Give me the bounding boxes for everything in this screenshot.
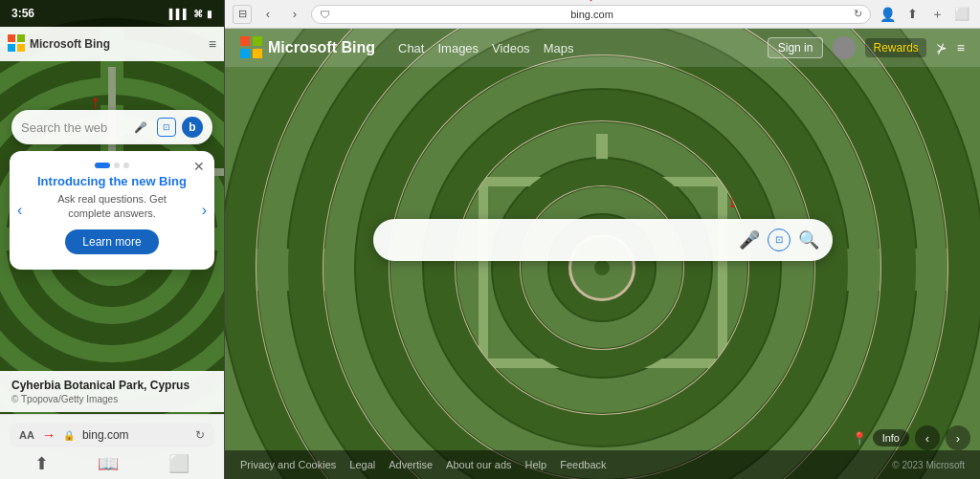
share-icon[interactable]: ⬆ [34, 453, 49, 474]
back-button[interactable]: ‹ [257, 4, 278, 25]
svg-rect-13 [17, 34, 25, 42]
caption-credit: © Tpopova/Getty Images [11, 394, 212, 404]
hamburger-menu[interactable]: ≡ [957, 40, 965, 55]
dot-active [95, 163, 110, 168]
popup-close-button[interactable]: ✕ [193, 159, 205, 174]
status-icons: ▌▌▌ ⌘ ▮ [169, 9, 212, 19]
bing-nav-links: Chat Images Videos Maps [398, 41, 573, 55]
popup-dots [21, 163, 203, 168]
red-arrow-desktop: ↓ [588, 0, 594, 4]
bing-b-icon[interactable]: b [182, 117, 203, 138]
camera-icon-desktop[interactable]: ⊡ [768, 229, 791, 251]
info-label: Info [882, 432, 900, 444]
footer-privacy[interactable]: Privacy and Cookies [240, 459, 336, 470]
sign-in-button[interactable]: Sign in [768, 37, 824, 58]
tabs-icon[interactable]: ⬜ [168, 453, 189, 474]
desktop-search-bar[interactable]: 🎤 ⊡ 🔍 [373, 219, 833, 261]
mobile-popup: ✕ ‹ › Introducing the new Bing Ask real … [10, 151, 214, 270]
nav-chat[interactable]: Chat [398, 41, 424, 55]
mobile-search-area: Search the web 🎤 ⊡ b [11, 110, 212, 144]
forward-button[interactable]: › [284, 4, 305, 25]
mobile-status-bar: 3:56 ▌▌▌ ⌘ ▮ [0, 0, 224, 27]
browser-actions: 👤 ⬆ ＋ ⬜ [877, 4, 972, 25]
caption-title: Cyherbia Botanical Park, Cyprus [11, 379, 212, 392]
nav-maps[interactable]: Maps [544, 41, 574, 55]
popup-subtitle: Ask real questions. Get complete answers… [36, 192, 188, 222]
dot-2 [123, 163, 129, 168]
account-icon[interactable]: 👤 [877, 4, 898, 25]
red-arrow-mobile: ↓ [91, 94, 100, 116]
footer-advertise[interactable]: Advertise [389, 459, 433, 470]
mobile-url-bar[interactable]: AA → 🔒 bing.com ↻ [10, 423, 214, 447]
learn-more-button[interactable]: Learn more [65, 229, 158, 254]
svg-rect-39 [240, 36, 250, 46]
svg-rect-40 [253, 36, 262, 46]
address-bar[interactable]: ↓ 🛡 bing.com ↻ [311, 5, 871, 24]
tabs-overview-button[interactable]: ⬜ [951, 4, 972, 25]
mobile-bottom-bar: AA → 🔒 bing.com ↻ ⬆ 📖 ⬜ [0, 414, 224, 479]
desktop-footer: Privacy and Cookies Legal Advertise Abou… [225, 450, 980, 479]
footer-help[interactable]: Help [525, 459, 547, 470]
time-display: 3:56 [11, 7, 34, 20]
lock-icon: 🔒 [63, 430, 75, 441]
footer-feedback[interactable]: Feedback [560, 459, 606, 470]
prev-image-button[interactable]: ‹ [915, 425, 940, 450]
nav-videos[interactable]: Videos [492, 41, 530, 55]
red-arrow-url: → [42, 427, 56, 443]
svg-rect-15 [17, 44, 25, 52]
mobile-search-bar[interactable]: Search the web 🎤 ⊡ b [11, 110, 212, 144]
desktop-browser-chrome: ⊟ ‹ › ↓ 🛡 bing.com ↻ 👤 ⬆ ＋ ⬜ [225, 0, 980, 29]
tab-grid-icon[interactable]: ⊟ [233, 5, 252, 24]
rewards-button[interactable]: Rewards [865, 38, 925, 57]
svg-rect-41 [240, 49, 250, 58]
search-input-desktop[interactable] [387, 231, 731, 248]
svg-rect-14 [8, 44, 15, 52]
search-icon-desktop[interactable]: 🔍 [798, 229, 819, 250]
mobile-panel: 3:56 ▌▌▌ ⌘ ▮ Microsoft Bing ≡ ↓ Search t… [0, 0, 225, 479]
url-text: bing.com [82, 428, 188, 442]
filter-icon[interactable]: ⊁ [936, 40, 947, 55]
location-icon: 📍 [852, 431, 867, 446]
desktop-panel: ⊟ ‹ › ↓ 🛡 bing.com ↻ 👤 ⬆ ＋ ⬜ Microsoft [225, 0, 980, 479]
desktop-chrome-bottom-nav: 📍 Info ‹ › [852, 425, 970, 450]
bing-nav-bar: Microsoft Bing Chat Images Videos Maps S… [225, 29, 980, 67]
mobile-toolbar: ⬆ 📖 ⬜ [0, 451, 224, 476]
mobile-bing-bar: Microsoft Bing ≡ [0, 27, 224, 61]
dot-1 [114, 163, 120, 168]
url-aa-button[interactable]: AA [19, 429, 34, 441]
new-tab-button[interactable]: ＋ [926, 4, 947, 25]
signal-icon: ▌▌▌ [169, 9, 189, 19]
bing-logo-text-mobile: Microsoft Bing [30, 37, 110, 51]
svg-rect-12 [8, 34, 15, 42]
camera-icon-mobile[interactable]: ⊡ [157, 118, 176, 137]
bing-logo-desktop: Microsoft Bing [240, 36, 375, 59]
red-arrow-search: ↓ [728, 192, 737, 212]
desktop-search-area: ↓ 🎤 ⊡ 🔍 [373, 219, 833, 261]
user-avatar[interactable] [833, 36, 856, 59]
nav-images[interactable]: Images [437, 41, 479, 55]
svg-point-38 [594, 260, 610, 275]
bing-logo-mobile: Microsoft Bing [8, 34, 110, 54]
next-image-button[interactable]: › [946, 425, 970, 450]
shield-icon: 🛡 [320, 9, 330, 20]
footer-about-ads[interactable]: About our ads [446, 459, 512, 470]
mic-icon-mobile[interactable]: 🎤 [130, 117, 151, 138]
popup-prev-button[interactable]: ‹ [17, 202, 22, 219]
reload-icon[interactable]: ↻ [195, 428, 205, 442]
popup-title: Introducing the new Bing [36, 174, 188, 188]
popup-next-button[interactable]: › [202, 202, 207, 219]
refresh-icon-desktop[interactable]: ↻ [854, 8, 862, 20]
battery-icon: ▮ [207, 9, 212, 19]
mic-icon-desktop[interactable]: 🎤 [739, 229, 760, 250]
mobile-image-caption: Cyherbia Botanical Park, Cyprus © Tpopov… [0, 371, 224, 412]
footer-legal[interactable]: Legal [349, 459, 375, 470]
desktop-url-text: bing.com [336, 9, 848, 20]
info-button[interactable]: Info [873, 429, 909, 446]
svg-rect-42 [253, 49, 262, 58]
search-placeholder-mobile: Search the web [21, 120, 124, 135]
bing-nav-right: Sign in Rewards ⊁ ≡ [768, 36, 965, 59]
wifi-icon: ⌘ [193, 9, 203, 19]
copyright-text: © 2023 Microsoft [892, 460, 965, 470]
share-button-desktop[interactable]: ⬆ [902, 4, 923, 25]
bookmarks-icon[interactable]: 📖 [98, 453, 119, 474]
